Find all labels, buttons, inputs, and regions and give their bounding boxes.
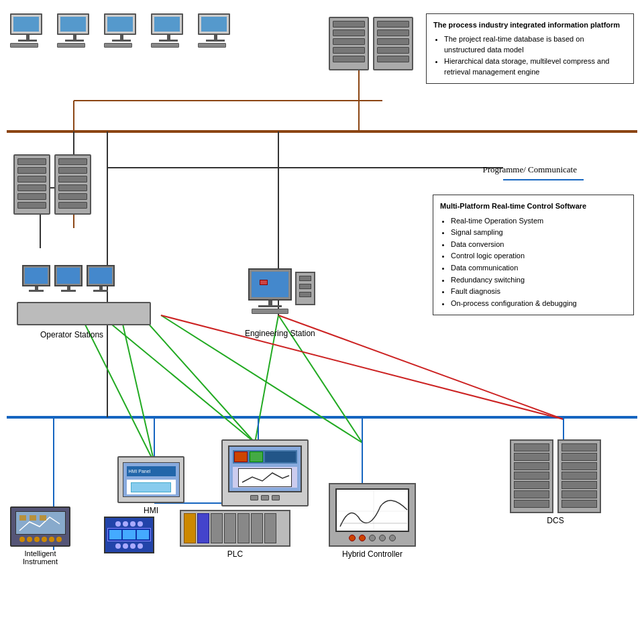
dcs-label: DCS [510,516,601,525]
svg-line-11 [121,315,154,463]
dcs-device: DCS [510,439,601,525]
middle-bullet-4: Control logic operation [451,250,627,262]
hmi-1-label: HMI [117,506,184,515]
info-box-middle-title: Multi-Platform Real-time Control Softwar… [440,201,627,213]
workstation-1 [10,13,45,48]
engineering-station-label: Engineering Station [245,329,315,338]
middle-bullet-8: On-process configuration & debugging [451,298,627,310]
svg-line-17 [161,315,564,419]
middle-bullet-6: Redundancy switching [451,274,627,286]
hmi-2: HMI [221,439,309,519]
info-bullet-2: Hierarchical data storage, multilevel co… [444,56,627,78]
info-bullet-1: The project real-time database is based … [444,34,627,56]
middle-bullet-1: Real-time Operation System [451,215,627,227]
plc-device: PLC [180,510,290,559]
middle-bullet-5: Data communication [451,262,627,274]
small-plc-relay [104,517,154,553]
operator-stations [17,265,151,325]
workstation-5 [198,13,233,48]
info-box-top: The process industry integrated informat… [426,13,634,84]
workstation-3 [104,13,139,48]
hybrid-controller: Hybrid Controller [329,483,416,559]
prog-comm-label: Programme/ Communicate [483,164,577,175]
workstation-4 [151,13,186,48]
svg-rect-32 [19,515,26,521]
engineering-station [248,268,292,314]
server-rack-top [329,17,413,70]
hmi-1: HMI Panel HMI [117,456,184,515]
svg-line-12 [141,315,255,443]
workstation-2 [57,13,92,48]
middle-bullet-7: Fault diagnosis [451,286,627,298]
svg-line-16 [278,315,564,419]
svg-rect-34 [40,515,46,521]
intelligent-instrument: Intelligent Instrument [10,506,70,566]
svg-line-10 [101,315,255,443]
operator-stations-label: Operator Stations [40,330,103,339]
svg-rect-33 [30,515,36,521]
intelligent-instrument-label: Intelligent Instrument [10,549,70,566]
plc-label: PLC [180,549,290,559]
middle-bullet-2: Signal sampling [451,227,627,239]
middle-bullet-3: Data conversion [451,239,627,251]
info-box-middle: Multi-Platform Real-time Control Softwar… [433,195,634,315]
hybrid-label: Hybrid Controller [329,549,416,559]
server-middle-left [13,154,91,215]
info-box-top-title: The process industry integrated informat… [433,19,627,31]
